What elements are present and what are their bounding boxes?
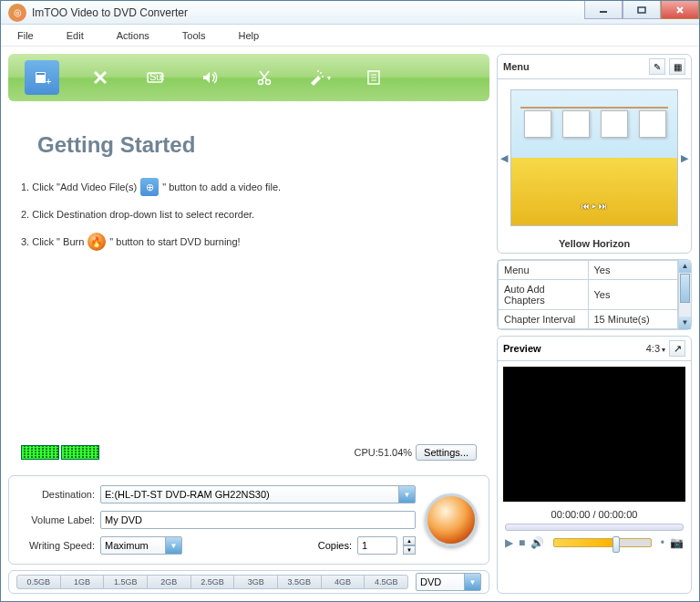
next-theme-button[interactable]: ▶: [680, 79, 689, 236]
menubar: File Edit Actions Tools Help: [1, 25, 699, 47]
play-controls-icon: ⏮ ▶ ⏭: [582, 202, 607, 211]
menu-panel: Menu ✎ ▦ ◀ ⏮ ▶ ⏭ ▶ Yellow Horizon: [497, 54, 692, 254]
titlebar: ◎ ImTOO Video to DVD Converter: [1, 1, 699, 25]
writing-speed-label: Writing Speed:: [20, 540, 95, 551]
preview-video: [503, 367, 685, 502]
burn-inline-icon: 🔥: [88, 233, 106, 251]
menu-edit[interactable]: Edit: [67, 30, 84, 41]
menu-file[interactable]: File: [17, 30, 34, 41]
capacity-scale: 0.5GB 1GB 1.5GB 2GB 2.5GB 3GB 3.5GB 4GB …: [16, 575, 408, 589]
properties-scrollbar[interactable]: ▲ ▼: [678, 260, 691, 329]
svg-point-15: [320, 72, 322, 74]
preview-time: 00:00:00 / 00:00:00: [498, 507, 691, 522]
content-area: Getting Started 1. Click "Add Video File…: [8, 107, 489, 470]
theme-name: Yellow Horizon: [498, 236, 691, 253]
volume-label-input[interactable]: My DVD: [100, 511, 416, 529]
subtitle-button[interactable]: Subtitle: [141, 64, 169, 91]
menu-theme-thumbnail[interactable]: ⏮ ▶ ⏭: [510, 89, 678, 226]
scroll-up-button[interactable]: ▲: [679, 260, 691, 273]
main-toolbar: + Subtitle: [8, 54, 489, 101]
cpu-graph: [21, 445, 99, 460]
burn-form: Destination: E:(HL-DT-ST DVD-RAM GH22NS3…: [8, 475, 489, 565]
app-window: ◎ ImTOO Video to DVD Converter File Edit…: [0, 0, 700, 602]
play-button[interactable]: ▶: [505, 536, 513, 549]
edit-menu-icon[interactable]: ✎: [649, 58, 665, 75]
effects-button[interactable]: [305, 64, 333, 91]
destination-label: Destination:: [20, 489, 95, 500]
copies-down-button[interactable]: ▼: [403, 545, 416, 555]
step-3: 3. Click " Burn 🔥 " button to start DVD …: [21, 233, 477, 251]
chevron-down-icon[interactable]: ▼: [165, 537, 181, 554]
burn-button[interactable]: [425, 493, 478, 546]
maximize-button[interactable]: [623, 1, 661, 19]
writing-speed-select[interactable]: Maximum▼: [100, 536, 182, 555]
svg-point-16: [322, 76, 324, 78]
volume-icon[interactable]: 🔊: [530, 536, 544, 549]
disc-type-select[interactable]: DVD▼: [416, 573, 481, 591]
prop-row-auto-chapters[interactable]: Auto Add ChaptersYes: [499, 280, 678, 310]
menu-help[interactable]: Help: [238, 30, 259, 41]
snapshot-button[interactable]: 📷: [670, 536, 684, 549]
fullscreen-button[interactable]: ↗: [669, 340, 685, 357]
close-button[interactable]: [661, 1, 699, 19]
prop-row-chapter-interval[interactable]: Chapter Interval15 Minute(s): [499, 310, 678, 329]
svg-text:Subtitle: Subtitle: [149, 71, 164, 82]
svg-rect-1: [638, 7, 645, 13]
window-title: ImTOO Video to DVD Converter: [32, 6, 584, 19]
aspect-ratio-select[interactable]: 4:3: [646, 343, 665, 354]
prev-theme-button[interactable]: ◀: [499, 79, 509, 236]
volume-slider[interactable]: [553, 538, 652, 547]
menu-actions[interactable]: Actions: [117, 30, 149, 41]
scroll-down-button[interactable]: ▼: [679, 317, 691, 329]
menu-panel-title: Menu: [503, 61, 530, 72]
clip-button[interactable]: [251, 64, 278, 91]
add-video-inline-icon: ⊕: [140, 178, 159, 196]
minimize-button[interactable]: [584, 1, 623, 19]
step-1: 1. Click "Add Video File(s) ⊕ " button t…: [21, 178, 477, 196]
preview-title: Preview: [503, 343, 541, 354]
chevron-down-icon[interactable]: ▼: [464, 574, 480, 590]
seek-bar[interactable]: [505, 524, 684, 531]
properties-panel: MenuYes Auto Add ChaptersYes Chapter Int…: [497, 259, 692, 330]
cpu-label: CPU:51.04%: [354, 447, 412, 458]
add-video-button[interactable]: +: [25, 60, 59, 95]
svg-point-17: [317, 70, 319, 72]
copies-label: Copies:: [318, 540, 352, 551]
settings-button[interactable]: Settings...: [416, 444, 477, 461]
menu-tools[interactable]: Tools: [182, 30, 206, 41]
svg-rect-5: [36, 73, 45, 75]
destination-select[interactable]: E:(HL-DT-ST DVD-RAM GH22NS30)▼: [100, 485, 416, 503]
template-menu-icon[interactable]: ▦: [669, 58, 685, 75]
step-2: 2. Click Destination drop-down list to s…: [21, 209, 477, 220]
getting-started-heading: Getting Started: [37, 132, 477, 158]
capacity-bar: 0.5GB 1GB 1.5GB 2GB 2.5GB 3GB 3.5GB 4GB …: [8, 570, 489, 594]
copies-input[interactable]: 1: [357, 536, 397, 555]
prop-row-menu[interactable]: MenuYes: [499, 261, 678, 280]
chevron-down-icon[interactable]: ▼: [398, 486, 415, 503]
copies-up-button[interactable]: ▲: [403, 536, 416, 545]
scroll-thumb[interactable]: [680, 274, 690, 303]
app-logo-icon: ◎: [8, 4, 26, 22]
stop-button[interactable]: ■: [519, 536, 525, 549]
delete-button[interactable]: [87, 64, 114, 91]
chapters-button[interactable]: [360, 64, 387, 91]
svg-text:+: +: [46, 76, 51, 87]
volume-label-label: Volume Label:: [20, 514, 95, 525]
audio-button[interactable]: [196, 64, 223, 91]
preview-panel: Preview 4:3 ↗ 00:00:00 / 00:00:00 ▶ ■ 🔊 …: [497, 336, 692, 594]
prev-frame-button[interactable]: •: [661, 536, 664, 549]
